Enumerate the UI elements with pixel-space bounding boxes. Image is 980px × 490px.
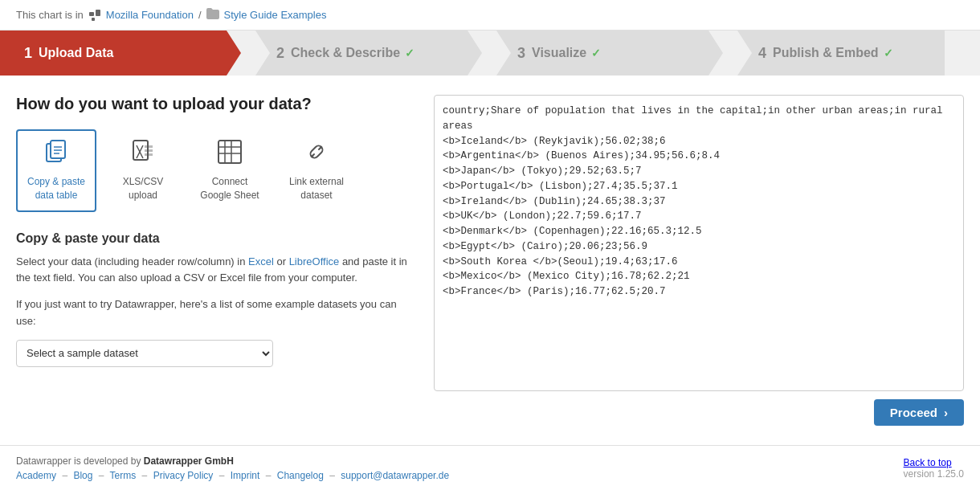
back-to-top-link[interactable]: Back to top bbox=[904, 457, 952, 468]
step-4-num: 4 bbox=[758, 45, 766, 62]
footer-right: Back to top version 1.25.0 bbox=[904, 457, 964, 480]
description: Copy & paste your data Select your data … bbox=[16, 231, 418, 367]
step-2-label: Check & Describe bbox=[291, 46, 400, 60]
option-copy-paste-label: Copy & pastedata table bbox=[27, 175, 85, 202]
option-copy-paste[interactable]: Copy & pastedata table bbox=[16, 129, 96, 212]
svg-rect-9 bbox=[145, 145, 153, 148]
option-link-label: Link externaldataset bbox=[289, 175, 344, 202]
footer-link-imprint[interactable]: Imprint bbox=[231, 470, 260, 481]
footer-left: Datawrapper is developed by Datawrapper … bbox=[16, 455, 452, 481]
option-google-label: ConnectGoogle Sheet bbox=[200, 175, 259, 202]
step-4-label: Publish & Embed bbox=[773, 46, 879, 60]
option-link-external[interactable]: Link externaldataset bbox=[276, 129, 357, 212]
step-4[interactable]: 4 Publish & Embed ✓ bbox=[723, 31, 945, 76]
footer-link-blog[interactable]: Blog bbox=[73, 470, 92, 481]
proceed-label: Proceed bbox=[890, 406, 937, 419]
main-heading: How do you want to upload your data? bbox=[16, 95, 418, 113]
option-xls-label: XLS/CSVupload bbox=[123, 175, 164, 202]
description-title: Copy & paste your data bbox=[16, 231, 418, 246]
footer-links: Academy – Blog – Terms – Privacy Policy … bbox=[16, 470, 452, 481]
org-icon bbox=[88, 9, 101, 22]
step-4-check: ✓ bbox=[884, 47, 893, 59]
org-name-link[interactable]: Mozilla Foundation bbox=[106, 9, 194, 21]
svg-rect-10 bbox=[145, 149, 153, 152]
footer-link-privacy[interactable]: Privacy Policy bbox=[153, 470, 214, 481]
svg-rect-12 bbox=[218, 141, 241, 163]
link-icon bbox=[304, 139, 329, 170]
xls-icon bbox=[130, 139, 156, 170]
main-content: How do you want to upload your data? Cop… bbox=[0, 76, 980, 445]
footer-brand-name: Datawrapper GmbH bbox=[144, 455, 234, 467]
step-1[interactable]: 1 Upload Data bbox=[0, 31, 241, 76]
folder-name-link[interactable]: Style Guide Examples bbox=[224, 9, 327, 21]
step-1-label: Upload Data bbox=[39, 46, 113, 60]
svg-rect-2 bbox=[92, 18, 95, 21]
steps-bar: 1 Upload Data 2 Check & Describe ✓ 3 Vis… bbox=[0, 31, 980, 76]
top-bar: This chart is in Mozilla Foundation / St… bbox=[0, 0, 980, 31]
data-textarea[interactable]: country;Share of population that lives i… bbox=[434, 95, 964, 391]
folder-icon bbox=[206, 8, 219, 22]
topbar-separator: / bbox=[198, 9, 202, 21]
proceed-row: Proceed › bbox=[434, 399, 964, 426]
step-2-num: 2 bbox=[276, 45, 284, 62]
step-3[interactable]: 3 Visualize ✓ bbox=[482, 31, 723, 76]
left-panel: How do you want to upload your data? Cop… bbox=[16, 95, 418, 426]
footer-brand: Datawrapper is developed by Datawrapper … bbox=[16, 455, 452, 467]
proceed-button[interactable]: Proceed › bbox=[874, 399, 964, 426]
svg-rect-0 bbox=[89, 12, 94, 16]
excel-link[interactable]: Excel bbox=[248, 255, 274, 267]
svg-rect-4 bbox=[51, 141, 65, 158]
footer-link-academy[interactable]: Academy bbox=[16, 470, 56, 481]
footer-link-changelog[interactable]: Changelog bbox=[277, 470, 324, 481]
libreoffice-link[interactable]: LibreOffice bbox=[289, 255, 340, 267]
step-3-check: ✓ bbox=[591, 47, 601, 59]
step-3-num: 3 bbox=[517, 45, 525, 62]
copy-paste-icon bbox=[43, 139, 69, 170]
description-p2: If you just want to try Datawrapper, her… bbox=[16, 296, 418, 330]
step-2[interactable]: 2 Check & Describe ✓ bbox=[241, 31, 482, 76]
svg-rect-11 bbox=[145, 153, 153, 156]
topbar-prefix: This chart is in bbox=[16, 9, 84, 21]
step-3-label: Visualize bbox=[532, 46, 586, 60]
step-2-check: ✓ bbox=[405, 47, 414, 59]
footer: Datawrapper is developed by Datawrapper … bbox=[0, 445, 980, 490]
option-google-sheet[interactable]: ConnectGoogle Sheet bbox=[190, 129, 270, 212]
proceed-arrow-icon: › bbox=[944, 406, 948, 419]
right-panel: country;Share of population that lives i… bbox=[434, 95, 964, 426]
description-p1: Select your data (including header row/c… bbox=[16, 254, 418, 288]
google-sheet-icon bbox=[217, 139, 243, 170]
footer-link-terms[interactable]: Terms bbox=[110, 470, 137, 481]
footer-link-email[interactable]: support@datawrapper.de bbox=[341, 470, 449, 481]
upload-options: Copy & pastedata table XLS/CSVupload bbox=[16, 129, 418, 212]
version-label: version 1.25.0 bbox=[904, 468, 964, 480]
step-1-num: 1 bbox=[24, 45, 32, 62]
dataset-select[interactable]: Select a sample dataset bbox=[16, 340, 273, 367]
option-xls-csv[interactable]: XLS/CSVupload bbox=[103, 129, 183, 212]
footer-brand-text: Datawrapper is developed by bbox=[16, 455, 141, 467]
svg-rect-1 bbox=[96, 10, 100, 16]
